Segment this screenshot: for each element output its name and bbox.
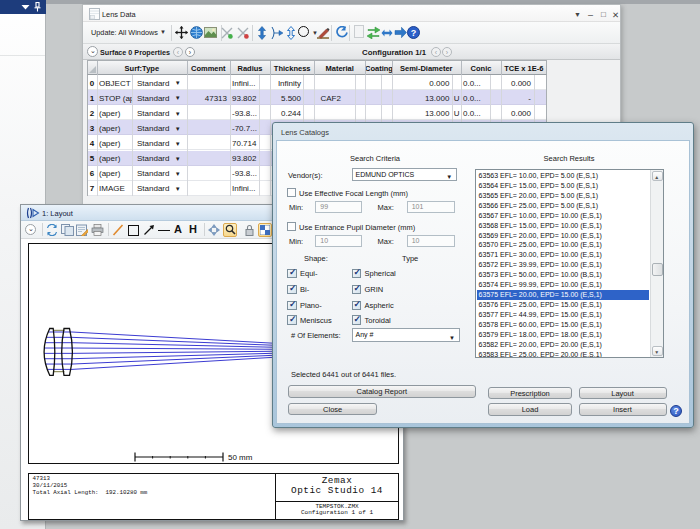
svg-text:50 mm: 50 mm [228, 453, 253, 462]
svg-text:?: ? [411, 28, 417, 38]
